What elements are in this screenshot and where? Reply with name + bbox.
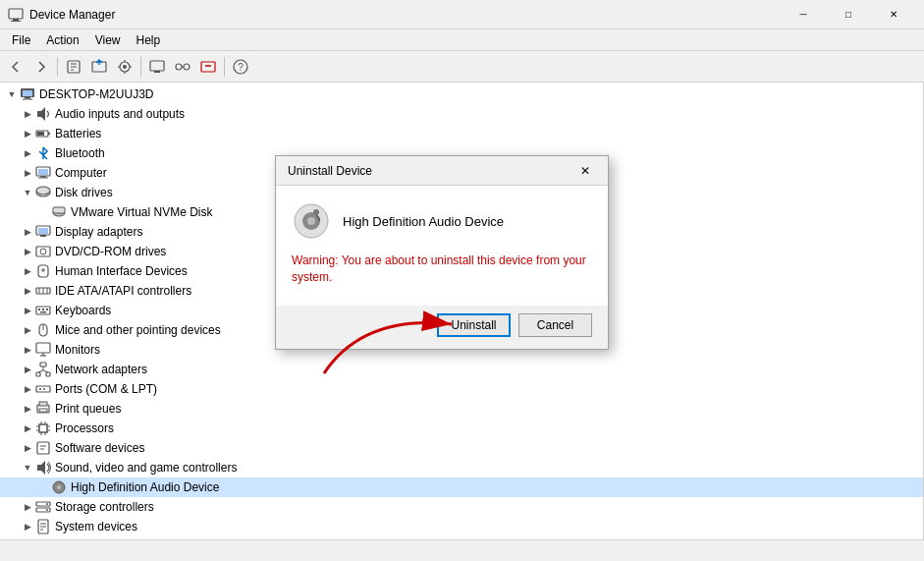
svg-rect-30 (48, 133, 50, 135)
svg-rect-72 (39, 409, 47, 412)
toolbar-uninstall[interactable] (196, 55, 220, 79)
disk-icon (35, 185, 51, 200)
tree-root[interactable]: ▼ DESKTOP-M2UUJ3D (0, 84, 923, 104)
svg-rect-15 (150, 61, 164, 71)
toolbar-devices[interactable] (171, 55, 194, 79)
svg-text:?: ? (238, 62, 244, 73)
toolbar-display[interactable] (145, 55, 169, 79)
toolbar-back[interactable] (4, 55, 27, 79)
tree-item-label: Mice and other pointing devices (55, 323, 221, 337)
menu-help[interactable]: Help (129, 31, 169, 49)
tree-expand-icon[interactable]: ▶ (20, 247, 35, 256)
tree-item[interactable]: High Definition Audio Device (0, 477, 923, 497)
tree-item-label: Keyboards (55, 304, 111, 317)
tree-item[interactable]: ▶System devices (0, 517, 923, 536)
tree-expand-icon[interactable]: ▶ (20, 443, 35, 453)
maximize-button[interactable]: □ (826, 0, 871, 29)
window-controls: ─ □ ✕ (781, 0, 916, 29)
svg-point-106 (307, 217, 315, 225)
tree-item[interactable]: ▶Network adapters (0, 360, 923, 379)
svg-rect-63 (36, 372, 40, 376)
svg-marker-28 (37, 107, 45, 121)
tree-expand-icon[interactable]: ▶ (20, 522, 35, 532)
device-icon (292, 201, 331, 241)
tree-expand-icon[interactable]: ▶ (20, 325, 35, 335)
tree-item[interactable]: ▶Processors (0, 419, 923, 438)
menu-action[interactable]: Action (38, 31, 86, 49)
tree-expand-root[interactable]: ▼ (4, 89, 20, 99)
disk-item-icon (51, 204, 67, 220)
menu-file[interactable]: File (4, 31, 38, 49)
tree-item-label: DVD/CD-ROM drives (55, 245, 166, 258)
tree-item[interactable]: ▶Batteries (0, 124, 923, 143)
tree-expand-icon[interactable]: ▶ (20, 148, 35, 158)
tree-expand-icon[interactable]: ▶ (20, 227, 35, 237)
tree-item[interactable]: ▶Ports (COM & LPT) (0, 379, 923, 399)
tree-expand-icon[interactable]: ▶ (20, 384, 35, 394)
svg-line-67 (43, 370, 48, 372)
menu-bar: File Action View Help (0, 29, 924, 51)
tree-item[interactable]: ▶Print queues (0, 399, 923, 419)
toolbar: ? (0, 51, 924, 83)
toolbar-properties[interactable] (62, 55, 85, 79)
menu-view[interactable]: View (87, 31, 129, 49)
dialog-titlebar: Uninstall Device ✕ (276, 156, 608, 186)
svg-rect-73 (39, 402, 47, 406)
cancel-button[interactable]: Cancel (518, 313, 592, 337)
svg-rect-74 (39, 424, 47, 432)
svg-rect-56 (40, 311, 46, 313)
uninstall-button[interactable]: Uninstall (437, 313, 511, 337)
tree-item-label: Monitors (55, 343, 100, 357)
tree-item[interactable]: ▶Software devices (0, 438, 923, 458)
tree-item-label: High Definition Audio Device (71, 480, 219, 494)
sound-icon (35, 460, 51, 476)
tree-item-label: Human Interface Devices (55, 264, 188, 278)
tree-expand-icon[interactable]: ▶ (20, 168, 35, 178)
toolbar-help[interactable]: ? (229, 55, 252, 79)
ide-icon (35, 283, 51, 299)
status-bar (0, 539, 924, 561)
tree-expand-icon[interactable]: ▶ (20, 365, 35, 374)
dialog-close-button[interactable]: ✕ (574, 160, 596, 182)
toolbar-forward[interactable] (29, 55, 53, 79)
tree-item-label: Disk drives (55, 186, 113, 199)
svg-rect-83 (37, 442, 49, 454)
tree-expand-icon[interactable]: ▶ (20, 286, 35, 296)
tree-item[interactable]: ▶Storage controllers (0, 497, 923, 517)
network-icon (35, 362, 51, 377)
svg-rect-41 (38, 228, 48, 234)
minimize-button[interactable]: ─ (781, 0, 826, 29)
svg-point-17 (176, 64, 182, 70)
tree-expand-icon[interactable]: ▶ (20, 345, 35, 355)
tree-expand-icon[interactable]: ▶ (20, 404, 35, 414)
tree-item[interactable]: ▶Universal Serial Bus controllers (0, 536, 923, 539)
svg-point-18 (184, 64, 190, 70)
tree-expand-icon[interactable]: ▶ (20, 129, 35, 139)
toolbar-scan[interactable] (113, 55, 136, 79)
bluetooth-icon (35, 145, 51, 161)
toolbar-update-driver[interactable] (87, 55, 111, 79)
tree-item[interactable]: ▶Audio inputs and outputs (0, 104, 923, 124)
computer-icon (20, 86, 35, 102)
tree-expand-icon[interactable]: ▶ (20, 306, 35, 315)
tree-item[interactable]: ▼Sound, video and game controllers (0, 458, 923, 477)
tree-expand-icon[interactable]: ▶ (20, 502, 35, 512)
svg-rect-64 (46, 372, 50, 376)
dialog-body: High Definition Audio Device Warning: Yo… (276, 186, 608, 306)
tree-item-label: Sound, video and game controllers (55, 461, 237, 475)
keyboard-icon (35, 303, 51, 318)
dialog-device-name: High Definition Audio Device (343, 214, 504, 229)
tree-expand-icon[interactable]: ▶ (20, 423, 35, 433)
toolbar-separator-3 (224, 57, 225, 77)
tree-expand-icon[interactable]: ▼ (20, 463, 35, 473)
svg-rect-54 (42, 309, 44, 310)
tree-expand-icon[interactable]: ▶ (20, 109, 35, 119)
svg-rect-27 (23, 99, 32, 100)
tree-item-label: System devices (55, 520, 137, 533)
svg-point-88 (57, 485, 61, 489)
tree-item-label: Batteries (55, 127, 101, 140)
tree-expand-icon[interactable]: ▼ (20, 188, 35, 197)
tree-expand-icon[interactable]: ▶ (20, 266, 35, 276)
svg-rect-35 (38, 178, 48, 179)
close-button[interactable]: ✕ (871, 0, 916, 29)
